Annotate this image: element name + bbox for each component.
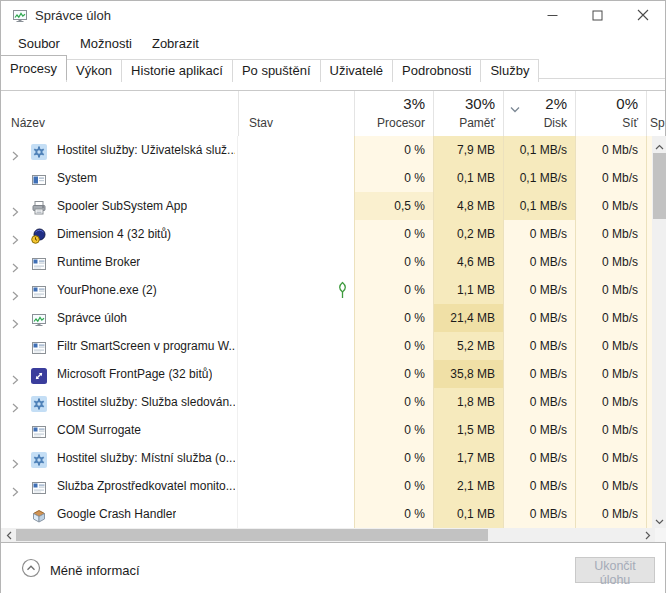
maximize-icon (592, 7, 603, 25)
column-header-sit[interactable]: 0%Síť (575, 91, 646, 136)
menu-item-zobrazit[interactable]: Zobrazit (145, 33, 206, 54)
process-network-value: 0 Mb/s (575, 472, 646, 500)
column-header-pamet[interactable]: 30%Paměť (433, 91, 503, 136)
process-status-cell (238, 276, 354, 304)
process-name-cell: Hostitel služby: Služba sledován... (1, 388, 238, 416)
close-button[interactable] (620, 1, 665, 31)
horizontal-scrollbar[interactable] (1, 528, 655, 542)
process-cpu-value: 0 % (354, 444, 433, 472)
scroll-down-button[interactable] (652, 511, 666, 528)
frontpage-icon (31, 366, 47, 382)
process-row-runtime-broker[interactable]: Runtime Broker0 %4,6 MB0 MB/s0 Mb/s (1, 248, 652, 276)
process-row-yourphone-exe-2[interactable]: YourPhone.exe (2)0 %1,1 MB0 MB/s0 Mb/s (1, 276, 652, 304)
expand-chevron-icon[interactable] (9, 480, 21, 492)
google-crash-icon (31, 506, 47, 522)
process-memory-value: 7,9 MB (433, 136, 503, 164)
process-disk-value: 0 MB/s (503, 444, 575, 472)
process-row-hostitel-sluzby-sluzba-sledovan[interactable]: Hostitel služby: Služba sledován...0 %1,… (1, 388, 652, 416)
process-status-cell (238, 220, 354, 248)
tab-podrobnosti[interactable]: Podrobnosti (392, 59, 481, 82)
process-name-cell: Spooler SubSystem App (1, 192, 238, 220)
process-disk-value: 0 MB/s (503, 332, 575, 360)
process-disk-value: 0 MB/s (503, 472, 575, 500)
column-header-partial[interactable]: Sp (646, 91, 666, 136)
table-header: Název Stav 3%Procesor30%Paměť2%Disk0%Síť… (1, 90, 665, 136)
tab-historie-aplikaci[interactable]: Historie aplikací (121, 59, 233, 82)
process-disk-value: 0,1 MB/s (503, 136, 575, 164)
process-name-cell: YourPhone.exe (2) (1, 276, 238, 304)
process-row-spooler-subsystem-app[interactable]: Spooler SubSystem App0,5 %4,8 MB0,1 MB/s… (1, 192, 652, 220)
process-row-sluzba-zprostredkovatel-monito[interactable]: Služba Zprostředkovatel monito...0 %2,1 … (1, 472, 652, 500)
process-row-hostitel-sluzby-uzivatelska-sluz[interactable]: Hostitel služby: Uživatelská služ...0 %7… (1, 136, 652, 164)
minimize-button[interactable] (530, 1, 575, 31)
process-status-cell (238, 472, 354, 500)
window-title: Správce úloh (35, 8, 111, 23)
column-header-status[interactable]: Stav (238, 91, 354, 136)
end-task-button[interactable]: Ukončit úlohu (575, 557, 655, 583)
process-cpu-value: 0 % (354, 416, 433, 444)
process-row-system[interactable]: System0 %0,1 MB0,1 MB/s0 Mb/s (1, 164, 652, 192)
process-row-filtr-smartscreen-v-programu-w[interactable]: Filtr SmartScreen v programu W...0 %5,2 … (1, 332, 652, 360)
menu-item-moznosti[interactable]: Možnosti (73, 33, 139, 54)
dimension4-icon (31, 226, 47, 242)
column-total-percent: 0% (616, 95, 638, 112)
expand-chevron-icon[interactable] (9, 200, 21, 212)
process-row-dimension-4-32-bitu[interactable]: Dimension 4 (32 bitů)0 %0,2 MB0 MB/s0 Mb… (1, 220, 652, 248)
process-row-google-crash-handler[interactable]: Google Crash Handler0 %0,1 MB0 MB/s0 Mb/… (1, 500, 652, 528)
process-cpu-value: 0 % (354, 164, 433, 192)
horizontal-scrollbar-thumb[interactable] (16, 529, 488, 541)
less-details-toggle[interactable]: Méně informací (21, 558, 140, 582)
scroll-up-button[interactable] (652, 136, 666, 153)
maximize-button[interactable] (575, 1, 620, 31)
process-status-cell (238, 192, 354, 220)
tab-po-spusteni[interactable]: Po spuštění (232, 59, 321, 82)
footer-bar: Méně informací Ukončit úlohu (1, 542, 665, 593)
process-memory-value: 1,7 MB (433, 444, 503, 472)
process-cpu-value: 0 % (354, 220, 433, 248)
process-name-cell: Runtime Broker (1, 248, 238, 276)
process-row-spravce-uloh[interactable]: Správce úloh0 %21,4 MB0 MB/s0 Mb/s (1, 304, 652, 332)
process-cpu-value: 0 % (354, 500, 433, 528)
menu-item-soubor[interactable]: Soubor (11, 33, 67, 54)
tab-sluzby[interactable]: Služby (480, 59, 539, 82)
tab-procesy[interactable]: Procesy (0, 55, 67, 80)
vertical-scrollbar-thumb[interactable] (653, 153, 666, 219)
expand-chevron-icon[interactable] (9, 144, 21, 156)
expand-chevron-icon[interactable] (9, 312, 21, 324)
process-network-value: 0 Mb/s (575, 276, 646, 304)
scroll-left-button[interactable] (1, 528, 16, 542)
process-cpu-value: 0 % (354, 332, 433, 360)
column-header-label: Disk (544, 116, 567, 130)
process-name-cell: Filtr SmartScreen v programu W... (1, 332, 238, 360)
svchost-icon (31, 394, 47, 410)
expand-chevron-icon[interactable] (9, 452, 21, 464)
scrollbar-corner (655, 528, 666, 542)
chevron-down-icon (655, 511, 664, 529)
column-header-disk[interactable]: 2%Disk (503, 91, 575, 136)
process-status-cell (238, 444, 354, 472)
expand-chevron-icon[interactable] (9, 228, 21, 240)
vertical-scrollbar[interactable] (652, 136, 666, 528)
process-row-hostitel-sluzby-mistni-sluzba-o[interactable]: Hostitel služby: Místní služba (o...0 %1… (1, 444, 652, 472)
process-disk-value: 0 MB/s (503, 248, 575, 276)
scroll-right-button[interactable] (640, 528, 655, 542)
process-row-microsoft-frontpage-32-bitu[interactable]: Microsoft FrontPage (32 bitů)0 %35,8 MB0… (1, 360, 652, 388)
expand-chevron-icon[interactable] (9, 368, 21, 380)
process-memory-value: 0,1 MB (433, 164, 503, 192)
tab-vykon[interactable]: Výkon (66, 59, 122, 82)
process-cpu-value: 0 % (354, 360, 433, 388)
process-name: Dimension 4 (32 bitů) (57, 220, 171, 248)
window-icon (31, 422, 47, 438)
expand-chevron-icon[interactable] (9, 256, 21, 268)
process-row-com-surrogate[interactable]: COM Surrogate0 %1,5 MB0 MB/s0 Mb/s (1, 416, 652, 444)
column-header-name[interactable]: Název (1, 91, 238, 136)
process-cpu-value: 0 % (354, 388, 433, 416)
app-icon (12, 8, 28, 24)
tab-uzivatele[interactable]: Uživatelé (320, 59, 393, 82)
expand-chevron-icon[interactable] (9, 396, 21, 408)
column-total-percent: 30% (465, 95, 495, 112)
expand-chevron-icon[interactable] (9, 284, 21, 296)
column-header-procesor[interactable]: 3%Procesor (354, 91, 433, 136)
title-bar[interactable]: Správce úloh (1, 1, 665, 31)
collapse-circle-icon (21, 558, 41, 582)
